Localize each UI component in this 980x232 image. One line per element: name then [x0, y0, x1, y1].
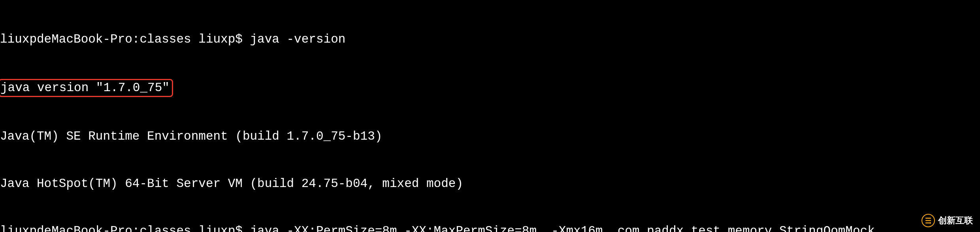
watermark: 创新互联	[922, 214, 973, 227]
terminal-line: java version "1.7.0_75"	[0, 79, 980, 97]
highlight-box-java-version: java version "1.7.0_75"	[0, 79, 173, 97]
terminal-output[interactable]: liuxpdeMacBook-Pro:classes liuxp$ java -…	[0, 0, 980, 232]
terminal-line: liuxpdeMacBook-Pro:classes liuxp$ java -…	[0, 32, 980, 47]
terminal-line: Java(TM) SE Runtime Environment (build 1…	[0, 129, 980, 144]
svg-point-0	[929, 222, 931, 224]
terminal-line: liuxpdeMacBook-Pro:classes liuxp$ java -…	[0, 223, 980, 232]
watermark-text: 创新互联	[938, 215, 973, 226]
watermark-logo-icon	[922, 214, 935, 227]
terminal-line: Java HotSpot(TM) 64-Bit Server VM (build…	[0, 176, 980, 192]
